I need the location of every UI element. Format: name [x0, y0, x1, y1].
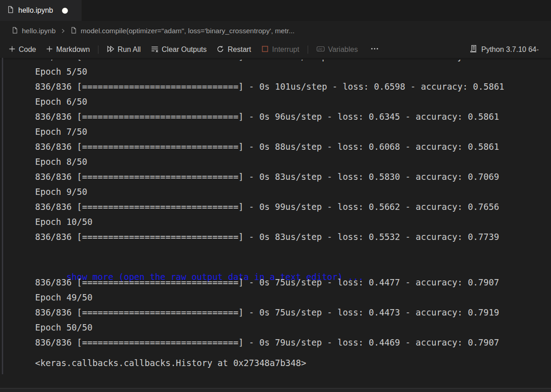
tab-bar: hello.ipynb: [0, 0, 551, 21]
output-line: 836/836 [==============================]…: [0, 109, 551, 124]
restart-icon: [216, 45, 224, 55]
output-block-epochs-48-50: 836/836 [==============================]…: [0, 275, 551, 350]
run-all-button[interactable]: Run All: [102, 43, 146, 56]
file-icon: [11, 27, 18, 36]
clear-outputs-label: Clear Outputs: [162, 46, 207, 54]
interrupt-stop-icon: [261, 45, 269, 55]
output-line: Epoch 6/50: [0, 94, 551, 109]
output-line: Epoch 5/50: [0, 64, 551, 79]
breadcrumb-file[interactable]: hello.ipynb: [11, 27, 56, 36]
output-line: Epoch 8/50: [0, 154, 551, 169]
restart-label: Restart: [227, 46, 251, 54]
variables-label: Variables: [328, 46, 358, 54]
ellipsis-icon: [371, 45, 379, 54]
restart-button[interactable]: Restart: [211, 43, 256, 56]
output-line: 836/836 [==============================]…: [0, 305, 551, 320]
tab-hello-ipynb[interactable]: hello.ipynb: [0, 0, 82, 21]
clear-outputs-icon: [151, 45, 159, 55]
svg-text:(x): (x): [318, 47, 322, 51]
interrupt-label: Interrupt: [272, 46, 299, 54]
output-line: 836/836 [==============================]…: [0, 79, 551, 94]
toolbar-divider: [98, 46, 98, 54]
kernel-picker[interactable]: Python 3.7.10 64-: [469, 41, 551, 58]
output-line: 836/836 [==============================]…: [0, 335, 551, 350]
output-line: Epoch 10/50: [0, 214, 551, 229]
breadcrumb-cell-label: model.compile(optimizer="adam", loss='bi…: [81, 27, 294, 35]
cell-output-area: 836/836 [==============================]…: [0, 58, 551, 388]
toolbar-divider: [308, 46, 308, 54]
add-markdown-label: Markdown: [56, 46, 90, 54]
execution-result-line: <keras.callbacks.callbacks.History at 0x…: [0, 356, 551, 371]
output-line: 836/836 [==============================]…: [0, 60, 551, 64]
breadcrumb-file-label: hello.ipynb: [22, 27, 56, 35]
output-line: 836/836 [==============================]…: [0, 139, 551, 154]
breadcrumb-cell[interactable]: model.compile(optimizer="adam", loss='bi…: [70, 27, 294, 36]
area-below-cell: [0, 389, 551, 392]
more-actions-button[interactable]: [366, 43, 384, 56]
file-icon: [7, 6, 14, 15]
clear-outputs-button[interactable]: Clear Outputs: [146, 43, 212, 56]
output-line: Epoch 7/50: [0, 124, 551, 139]
file-icon: [70, 27, 77, 36]
output-line: Epoch 50/50: [0, 320, 551, 335]
variables-button[interactable]: (x) Variables: [311, 43, 363, 56]
output-line: 836/836 [==============================]…: [0, 199, 551, 214]
add-markdown-cell-button[interactable]: Markdown: [41, 43, 95, 56]
run-all-label: Run All: [118, 46, 141, 54]
tab-title: hello.ipynb: [18, 6, 53, 15]
vscode-window: hello.ipynb hello.ipynb: [0, 0, 551, 392]
add-code-cell-button[interactable]: Code: [4, 43, 41, 56]
kernel-environment-icon: [469, 45, 478, 55]
output-line: 836/836 [==============================]…: [0, 169, 551, 184]
variables-icon: (x): [316, 45, 325, 55]
chevron-right-icon: [60, 28, 66, 34]
add-code-label: Code: [19, 46, 36, 54]
run-all-icon: [107, 45, 114, 55]
output-line: Epoch 9/50: [0, 184, 551, 199]
clipped-output-line: 836/836 [==============================]…: [0, 60, 551, 64]
output-line: 836/836 [==============================]…: [0, 275, 551, 290]
kernel-label: Python 3.7.10 64-: [481, 46, 539, 54]
show-more-row: show more (open the raw output data in a…: [0, 255, 551, 270]
breadcrumb: hello.ipynb model.compile(optimizer="ada…: [0, 21, 551, 41]
unsaved-changes-dot-icon[interactable]: [62, 8, 68, 14]
plus-icon: [9, 46, 15, 54]
notebook-toolbar: Code Markdown Run All: [0, 41, 551, 58]
output-block-epochs-5-10: Epoch 5/50 836/836 [====================…: [0, 64, 551, 244]
output-line: Epoch 49/50: [0, 290, 551, 305]
output-line: 836/836 [==============================]…: [0, 229, 551, 244]
plus-icon: [46, 46, 53, 54]
interrupt-button[interactable]: Interrupt: [256, 43, 304, 56]
cell-left-border: [2, 58, 3, 374]
